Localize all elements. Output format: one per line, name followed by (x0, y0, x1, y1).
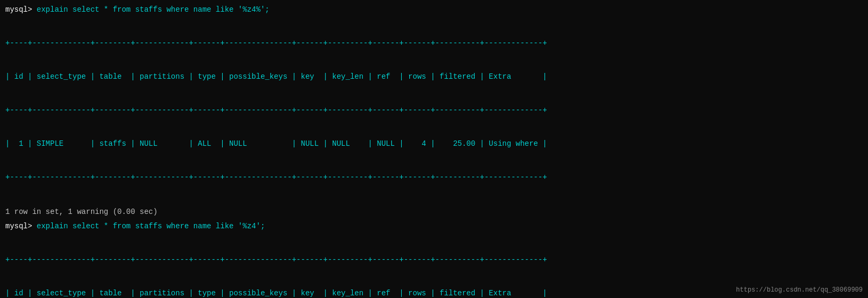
terminal: mysql> explain select * from staffs wher… (5, 4, 863, 298)
border-bot-1: +----+-------------+--------+-----------… (5, 172, 863, 183)
result-1: 1 row in set, 1 warning (0.00 sec) (5, 205, 863, 219)
query-block-2: mysql> explain select * from staffs wher… (5, 221, 863, 298)
watermark: https://blog.csdn.net/qq_38069909 (736, 286, 863, 294)
header-2: | id | select_type | table | partitions … (5, 288, 863, 298)
prompt-1: mysql> (5, 5, 37, 14)
prompt-line-2: mysql> explain select * from staffs wher… (5, 221, 863, 232)
prompt-line-1: mysql> explain select * from staffs wher… (5, 4, 863, 15)
query-block-1: mysql> explain select * from staffs wher… (5, 4, 863, 219)
table-2: +----+-------------+--------+-----------… (5, 232, 863, 298)
border-top-1: +----+-------------+--------+-----------… (5, 38, 863, 49)
border-top-2: +----+-------------+--------+-----------… (5, 254, 863, 266)
sql-1: explain select * from staffs where name … (37, 5, 270, 14)
data-row-1: | 1 | SIMPLE | staffs | NULL | ALL | NUL… (5, 138, 863, 150)
sql-2: explain select * from staffs where name … (37, 222, 265, 230)
border-mid-1: +----+-------------+--------+-----------… (5, 105, 863, 116)
table-1: +----+-------------+--------+-----------… (5, 15, 863, 205)
header-1: | id | select_type | table | partitions … (5, 71, 863, 82)
prompt-2: mysql> (5, 222, 37, 230)
